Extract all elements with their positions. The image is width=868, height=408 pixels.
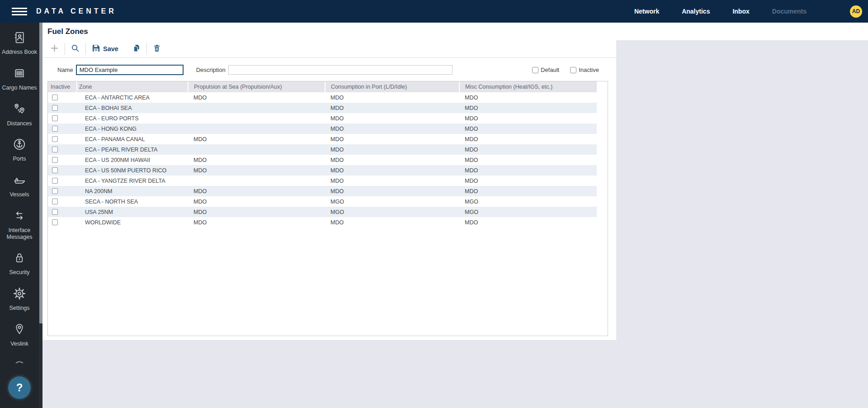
table-row[interactable]: SECA - NORTH SEA MDO MGO MGO xyxy=(48,196,597,207)
row-inactive-checkbox[interactable] xyxy=(52,105,58,111)
sidebar-item-settings[interactable]: Settings xyxy=(0,287,39,312)
delete-button[interactable] xyxy=(150,44,164,54)
sidebar-item-ports[interactable]: Ports xyxy=(0,138,39,162)
row-inactive-checkbox[interactable] xyxy=(52,188,58,194)
description-input[interactable] xyxy=(228,65,453,75)
save-icon xyxy=(92,44,100,54)
table-row[interactable]: NA 200NM MDO MDO MDO xyxy=(48,186,597,196)
table-row[interactable]: ECA - YANGTZE RIVER DELTA MDO MDO xyxy=(48,176,597,186)
row-inactive-checkbox[interactable] xyxy=(52,167,58,173)
table-row[interactable]: ECA - HONG KONG MDO MDO xyxy=(48,123,597,134)
cell-port-consumption: MDO xyxy=(325,217,459,228)
default-checkbox-group: Default xyxy=(532,66,559,73)
cell-inactive xyxy=(48,186,77,196)
default-checkbox[interactable] xyxy=(532,67,538,73)
add-button[interactable] xyxy=(47,44,61,54)
row-inactive-checkbox[interactable] xyxy=(52,178,58,184)
table-body: ECA - ANTARCTIC AREA MDO MDO MDO ECA - B… xyxy=(48,92,597,228)
nav-analytics[interactable]: Analytics xyxy=(682,8,710,15)
sidebar-item-interface-messages[interactable]: Interface Messages xyxy=(0,209,39,241)
row-inactive-checkbox[interactable] xyxy=(52,209,58,215)
fuel-zones-panel: Save xyxy=(42,40,616,341)
search-button[interactable] xyxy=(68,44,82,54)
interface-messages-icon xyxy=(13,209,26,224)
table-row[interactable]: WORLDWIDE MDO MDO MDO xyxy=(48,217,597,228)
column-header-propulsion[interactable]: Propulsion at Sea (Propulsion/Aux) xyxy=(188,81,325,92)
cell-inactive xyxy=(48,113,77,123)
app-title: DATA CENTER xyxy=(36,7,117,15)
table-row[interactable]: ECA - PEARL RIVER DELTA MDO MDO xyxy=(48,144,597,155)
cell-inactive xyxy=(48,134,77,144)
row-inactive-checkbox[interactable] xyxy=(52,136,58,142)
cargo-names-icon xyxy=(13,66,26,82)
table-row[interactable]: ECA - US 50NM PUERTO RICO MDO MDO MDO xyxy=(48,165,597,176)
row-inactive-checkbox[interactable] xyxy=(52,147,58,152)
cell-propulsion: MDO xyxy=(188,165,325,176)
table-row[interactable]: ECA - BOHAI SEA MDO MDO xyxy=(48,103,597,113)
name-input[interactable] xyxy=(76,65,184,75)
sidebar-item-veslink[interactable]: Veslink xyxy=(0,323,39,347)
top-nav: Network Analytics Inbox Documents xyxy=(634,8,850,15)
distances-icon xyxy=(13,102,26,118)
cell-zone: USA 25NM xyxy=(77,207,188,217)
nav-network[interactable]: Network xyxy=(634,8,659,15)
cell-propulsion xyxy=(188,123,325,134)
table-row[interactable]: ECA - ANTARCTIC AREA MDO MDO MDO xyxy=(48,92,597,103)
settings-icon xyxy=(13,287,26,302)
cell-port-consumption: MDO xyxy=(325,123,459,134)
sidebar-item-vessels[interactable]: Vessels xyxy=(0,173,39,198)
column-header-inactive[interactable]: Inactive xyxy=(48,81,77,92)
inactive-checkbox-label: Inactive xyxy=(579,66,599,73)
row-inactive-checkbox[interactable] xyxy=(52,95,58,100)
save-button[interactable]: Save xyxy=(89,44,121,54)
sidebar-item-label: Cargo Names xyxy=(2,85,37,91)
inactive-checkbox[interactable] xyxy=(570,67,576,73)
row-inactive-checkbox[interactable] xyxy=(52,199,58,204)
sidebar-item-address-book[interactable]: Address Book xyxy=(0,31,39,56)
sidebar-scrollbar[interactable] xyxy=(39,23,42,408)
table-row[interactable]: ECA - PANAMA CANAL MDO MDO MDO xyxy=(48,134,597,144)
veslink-icon xyxy=(13,323,26,338)
cell-zone: ECA - PANAMA CANAL xyxy=(77,134,188,144)
copy-button[interactable] xyxy=(129,44,143,54)
sidebar-item-label: Vessels xyxy=(9,191,29,198)
table-row[interactable]: USA 25NM MDO MGO MGO xyxy=(48,207,597,217)
row-inactive-checkbox[interactable] xyxy=(52,126,58,132)
description-label: Description xyxy=(196,66,226,73)
column-header-misc-consumption[interactable]: Misc Consumption (Heat/IGS, etc.) xyxy=(459,81,597,92)
avatar[interactable]: AD xyxy=(850,5,862,18)
column-header-port-consumption[interactable]: Consumption in Port (L/D/Idle) xyxy=(325,81,459,92)
scrollbar-thumb[interactable] xyxy=(39,23,42,323)
row-inactive-checkbox[interactable] xyxy=(52,219,58,225)
row-inactive-checkbox[interactable] xyxy=(52,115,58,121)
fuel-zones-table: Inactive Zone Propulsion at Sea (Propuls… xyxy=(47,81,608,336)
column-header-zone[interactable]: Zone xyxy=(77,81,188,92)
menu-icon[interactable] xyxy=(12,6,27,17)
default-checkbox-label: Default xyxy=(541,66,559,73)
table-row[interactable]: ECA - US 200NM HAWAII MDO MDO MDO xyxy=(48,155,597,165)
cell-port-consumption: MDO xyxy=(325,155,459,165)
cell-misc-consumption: MDO xyxy=(459,176,597,186)
cell-misc-consumption: MDO xyxy=(459,113,597,123)
toolbar: Save xyxy=(42,40,616,58)
cell-misc-consumption: MDO xyxy=(459,92,597,103)
row-inactive-checkbox[interactable] xyxy=(52,157,58,163)
cell-propulsion xyxy=(188,113,325,123)
page-title: Fuel Zones xyxy=(47,27,88,36)
help-button[interactable]: ? xyxy=(8,376,31,399)
sidebar-item-distances[interactable]: Distances xyxy=(0,102,39,127)
sidebar-item-security[interactable]: Security xyxy=(0,251,39,276)
cell-port-consumption: MDO xyxy=(325,176,459,186)
cell-zone: ECA - US 50NM PUERTO RICO xyxy=(77,165,188,176)
nav-inbox[interactable]: Inbox xyxy=(732,8,749,15)
security-icon xyxy=(13,251,26,266)
cell-misc-consumption: MDO xyxy=(459,134,597,144)
sidebar-item-cargo-names[interactable]: Cargo Names xyxy=(0,66,39,91)
sidebar-item-label: Security xyxy=(9,269,29,276)
name-label: Name xyxy=(57,66,73,73)
cell-inactive xyxy=(48,217,77,228)
cell-misc-consumption: MDO xyxy=(459,217,597,228)
table-row[interactable]: ECA - EURO PORTS MDO MDO xyxy=(48,113,597,123)
cell-propulsion: MDO xyxy=(188,134,325,144)
cell-propulsion: MDO xyxy=(188,155,325,165)
